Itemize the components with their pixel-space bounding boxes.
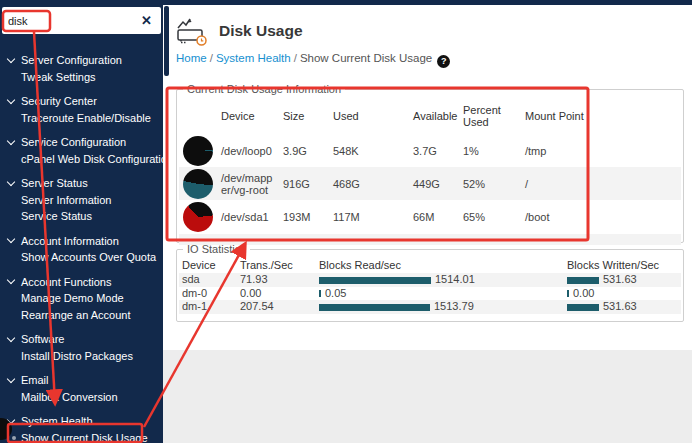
- breadcrumb-link-home[interactable]: Home: [176, 52, 207, 64]
- cell-size: 916G: [279, 167, 329, 200]
- nav-section-system-health: System Health Show Current Disk Usage: [0, 413, 163, 443]
- column-header-size: Size: [279, 95, 329, 134]
- column-header-device: Device: [217, 95, 279, 134]
- written-bar: [567, 304, 599, 311]
- section-label: Service Configuration: [21, 134, 126, 151]
- nav-section-account-functions: Account Functions Manage Demo Mode Rearr…: [0, 274, 163, 324]
- cell-blocks-read: 0.05: [316, 287, 564, 301]
- section-label: Server Status: [21, 175, 88, 192]
- section-label: Server Configuration: [21, 52, 122, 69]
- section-header-security-center[interactable]: Security Center: [0, 93, 163, 110]
- chevron-down-icon: [7, 416, 15, 424]
- sidebar-item-mailbox-conversion[interactable]: Mailbox Conversion: [0, 389, 163, 406]
- column-header-blocks-read: Blocks Read/sec: [316, 255, 564, 273]
- section-header-system-health[interactable]: System Health: [0, 413, 163, 430]
- io-statistics-table: Device Trans./Sec Blocks Read/sec Blocks…: [179, 255, 681, 314]
- chevron-down-icon: [7, 55, 15, 63]
- column-header-percent-used: Percent Used: [459, 95, 521, 134]
- section-header-email[interactable]: Email: [0, 372, 163, 389]
- sidebar-item-service-status[interactable]: Service Status: [0, 208, 163, 225]
- page-title: Disk Usage: [219, 22, 303, 40]
- io-table-row: sda 71.93 1514.01 531.63: [179, 273, 681, 287]
- column-header-device: Device: [179, 255, 237, 273]
- nav-section-email: Email Mailbox Conversion: [0, 372, 163, 405]
- disk-table-row: /dev/mapper/vg-root 916G 468G 449G 52% /: [179, 167, 681, 200]
- sidebar-item-server-information[interactable]: Server Information: [0, 192, 163, 209]
- cell-blocks-written: 531.63: [564, 300, 681, 314]
- disk-pie-icon: [183, 202, 213, 232]
- cell-blocks-read: 1514.01: [316, 273, 564, 287]
- cell-used: 117M: [329, 200, 409, 233]
- cell-blocks-written: 0.00: [564, 287, 681, 301]
- section-label: System Health: [21, 413, 93, 430]
- cell-used: 468G: [329, 167, 409, 200]
- sidebar-item-show-accounts-over-quota[interactable]: Show Accounts Over Quota: [0, 249, 163, 266]
- cell-device: /dev/mapper/vg-root: [217, 167, 279, 200]
- whm-sidebar: ✕ Server Configuration Tweak Settings Se…: [0, 0, 163, 443]
- cell-trans: 71.93: [237, 273, 316, 287]
- read-bar: [319, 304, 430, 311]
- breadcrumb-separator: /: [207, 52, 216, 64]
- disk-usage-legend: Current Disk Usage Information: [183, 83, 345, 95]
- sidebar-item-install-distro-packages[interactable]: Install Distro Packages: [0, 348, 163, 365]
- cell-device: /dev/loop0: [217, 134, 279, 167]
- sidebar-search-box: ✕: [2, 7, 161, 34]
- search-clear-icon[interactable]: ✕: [137, 7, 161, 34]
- column-header-mount-point: Mount Point: [521, 95, 681, 134]
- search-input[interactable]: [2, 15, 137, 27]
- section-header-server-status[interactable]: Server Status: [0, 175, 163, 192]
- column-header-icon: [179, 95, 217, 134]
- chevron-down-icon: [7, 235, 15, 243]
- chevron-down-icon: [7, 334, 15, 342]
- cell-blocks-written: 531.63: [564, 273, 681, 287]
- breadcrumb-link-system-health[interactable]: System Health: [216, 52, 291, 64]
- cell-percent-used: 65%: [459, 200, 521, 233]
- cell-available: 66M: [409, 200, 459, 233]
- written-value: 531.63: [603, 273, 637, 285]
- sidebar-item-show-current-disk-usage[interactable]: Show Current Disk Usage: [0, 430, 163, 443]
- section-header-account-functions[interactable]: Account Functions: [0, 274, 163, 291]
- sidebar-scrollbar-thumb[interactable]: [164, 6, 169, 76]
- help-icon[interactable]: ?: [437, 55, 450, 68]
- read-bar: [319, 277, 431, 284]
- sidebar-item-tweak-settings[interactable]: Tweak Settings: [0, 69, 163, 86]
- cell-available: 3.7G: [409, 134, 459, 167]
- written-value: 0.00: [573, 287, 594, 299]
- breadcrumb: Home/System Health/Show Current Disk Usa…: [176, 52, 450, 68]
- cell-available: 449G: [409, 167, 459, 200]
- io-table-row: dm-1 207.54 1513.79 531.63: [179, 300, 681, 314]
- chevron-down-icon: [7, 137, 15, 145]
- section-header-service-configuration[interactable]: Service Configuration: [0, 134, 163, 151]
- section-header-server-configuration[interactable]: Server Configuration: [0, 52, 163, 69]
- disk-usage-icon: [175, 16, 209, 46]
- breadcrumb-separator: /: [291, 52, 300, 64]
- section-label: Account Functions: [21, 274, 112, 291]
- disk-usage-table: Device Size Used Available Percent Used …: [179, 95, 681, 233]
- nav-section-account-information: Account Information Show Accounts Over Q…: [0, 233, 163, 266]
- written-value: 531.63: [603, 300, 637, 312]
- section-header-account-information[interactable]: Account Information: [0, 233, 163, 250]
- written-bar: [567, 290, 569, 297]
- cell-device: dm-1: [179, 300, 237, 314]
- nav-section-service-configuration: Service Configuration cPanel Web Disk Co…: [0, 134, 163, 167]
- cell-percent-used: 1%: [459, 134, 521, 167]
- column-header-available: Available: [409, 95, 459, 134]
- io-statistics-panel: IO Statistics Device Trans./Sec Blocks R…: [176, 243, 684, 322]
- column-header-trans-sec: Trans./Sec: [237, 255, 316, 273]
- sidebar-item-manage-demo-mode[interactable]: Manage Demo Mode: [0, 290, 163, 307]
- sidebar-item-traceroute-enable-disable[interactable]: Traceroute Enable/Disable: [0, 110, 163, 127]
- cell-percent-used: 52%: [459, 167, 521, 200]
- chevron-down-icon: [7, 375, 15, 383]
- cell-device: /dev/sda1: [217, 200, 279, 233]
- sidebar-item-cpanel-web-disk-configuration[interactable]: cPanel Web Disk Configuration: [0, 151, 163, 168]
- breadcrumb-current: Show Current Disk Usage: [300, 52, 432, 64]
- cell-trans: 0.00: [237, 287, 316, 301]
- cell-device: sda: [179, 273, 237, 287]
- disk-table-row: /dev/loop0 3.9G 548K 3.7G 1% /tmp: [179, 134, 681, 167]
- written-bar: [567, 277, 599, 284]
- section-header-software[interactable]: Software: [0, 331, 163, 348]
- sidebar-item-rearrange-an-account[interactable]: Rearrange an Account: [0, 307, 163, 324]
- section-label: Email: [21, 372, 49, 389]
- column-header-used: Used: [329, 95, 409, 134]
- disk-usage-panel: Current Disk Usage Information Device Si…: [176, 83, 684, 243]
